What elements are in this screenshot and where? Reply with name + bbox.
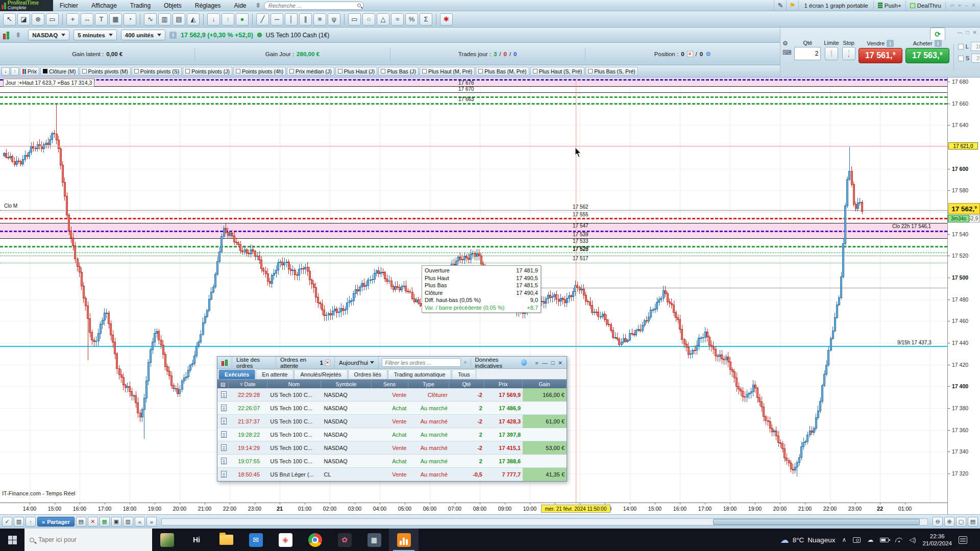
order-doc-icon[interactable] [217,405,230,411]
close-position-icon[interactable]: ✕ [687,51,693,57]
clock[interactable]: 22:36 21/02/2024 [922,533,952,547]
start-button[interactable] [0,529,24,551]
order-doc-icon[interactable] [217,391,230,398]
chart-line-tool[interactable]: ∿ [144,13,157,26]
print-icon[interactable]: ▣ [111,517,121,527]
order-doc-icon[interactable] [217,431,230,438]
keyboard-icon[interactable]: ⌨ [782,49,791,56]
zoom-out-button[interactable]: ⊖ [933,517,943,527]
limit-pts-input[interactable]: 10 [971,42,980,51]
crosshair-tool[interactable]: + [66,13,79,26]
volume-icon[interactable]: ◁) [909,536,916,543]
detach-icon[interactable]: ▱ [950,2,954,9]
order-row[interactable]: 22:29:28US Tech 100 C...NASDAQVenteClôtu… [217,388,567,402]
close-icon[interactable]: ✕ [971,2,976,9]
vertical-line-tool[interactable]: │ [285,13,298,26]
link-icon[interactable]: ∞ [255,3,262,8]
notification-center-icon[interactable] [959,536,967,544]
pitchfork-tool[interactable]: ψ [328,13,340,26]
pages-button[interactable]: ▤ [968,517,978,527]
pin-icon[interactable]: ➢ [957,2,962,9]
menu-fichier[interactable]: Fichier [53,0,85,11]
column-header-gain[interactable]: Gain [523,380,567,388]
info-icon[interactable]: i [169,32,177,39]
link-instrument-icon[interactable]: ∞ [15,33,22,37]
buy-button[interactable]: 17 563,9 [905,48,949,63]
limit-checkbox[interactable] [958,44,964,49]
minimize-icon[interactable]: — [542,360,548,366]
indicator-cloture-m[interactable]: Clôture (M) [40,67,79,76]
cancel-pending-icon[interactable]: ✕ [325,360,330,366]
sell-button[interactable]: 17 561,9 [859,48,902,63]
menu-reglages[interactable]: Réglages [188,0,228,11]
info-icon[interactable]: i [887,40,894,47]
battery-icon[interactable] [880,538,889,542]
order-row[interactable]: 19:14:29US Tech 100 C...NASDAQVenteAu ma… [217,441,567,455]
tab-annules-rejetes[interactable]: Annulés/Rejetés [294,369,347,379]
ellipse-tool[interactable]: ○ [362,13,375,26]
flag-icon[interactable]: ⚑ [786,1,798,11]
tab-ordres-lies[interactable]: Ordres liés [348,369,387,379]
pending-orders-tab[interactable]: Ordres en attente1 ✕ [276,357,335,369]
menu-aide[interactable]: Aide [227,0,253,11]
orders-table-header[interactable]: ▤▿ DateNomSymboleSensTypeQtéPrixGain [217,380,567,388]
horizontal-scrollbar[interactable] [161,518,928,525]
taskbar-search-input[interactable] [38,536,147,543]
taskbar-app-chrome[interactable] [300,529,330,551]
share-icon[interactable]: ∝ [535,360,539,366]
stop-pts-input[interactable]: 20 [971,54,980,63]
publish-icon[interactable]: ↑ [26,517,36,527]
indicator-checkbox[interactable] [588,69,593,73]
annotate-icon[interactable]: ✎ [774,1,786,11]
settings-tool[interactable]: ✱ [440,13,453,26]
trendline-tool[interactable]: ╱ [256,13,269,26]
order-row[interactable]: 22:26:07US Tech 100 C...NASDAQAchatAu ma… [217,402,567,415]
column-header-sens[interactable]: Sens [372,380,408,388]
display-tray-icon[interactable] [853,537,861,543]
wifi-icon[interactable] [895,538,902,542]
info-icon[interactable]: i [935,40,942,47]
clear-filter-icon[interactable]: ✕ [463,360,467,365]
indicator-prix[interactable]: Prix [20,67,39,76]
indicator-points-pivots-4h[interactable]: Points pivots (4h) [233,67,286,76]
stop-order-button[interactable]: ↑↓ [842,47,855,60]
order-doc-icon[interactable] [217,444,230,451]
percent-tool[interactable]: % [405,13,418,26]
limit-order-button[interactable]: ↓↑ [825,47,838,60]
layout-icon[interactable]: ▥ [123,517,133,527]
next-icon[interactable]: » [146,517,157,527]
tab-executes[interactable]: Exécutés [218,369,255,379]
indicator-points-pivots-j[interactable]: Points pivots (J) [183,67,232,76]
tab-trading-automatique[interactable]: Trading automatique [388,369,452,379]
column-header-date[interactable]: ▿ Date [229,380,267,388]
marker-dot-tool[interactable]: ● [236,13,249,26]
buy-arrow-button[interactable]: ↑ [11,67,19,76]
weather-widget[interactable]: ☁ 8°C Nuageux [780,535,836,545]
fibonacci-tool[interactable]: ≡ [313,13,326,26]
menu-affichage[interactable]: Affichage [85,0,124,11]
chart-candles-tool[interactable]: ▥ [158,13,171,26]
close-icon[interactable]: ✕ [558,360,562,366]
order-filter-input[interactable] [382,358,461,367]
eraser-tool[interactable]: ◪ [17,13,30,26]
order-doc-icon[interactable] [217,418,230,424]
prev-icon[interactable]: « [135,517,145,527]
validate-icon[interactable]: ✓ [2,517,12,527]
indicator-points-pivots-s[interactable]: Points pivots (S) [132,67,182,76]
tray-expand-icon[interactable]: ∧ [842,536,846,543]
menu-objets[interactable]: Objets [157,0,188,11]
maximize-icon[interactable]: □ [966,30,969,35]
indicator-checkbox[interactable] [381,69,385,73]
chart-icon[interactable]: ▥ [14,517,24,527]
menu-trading[interactable]: Trading [124,0,157,11]
search-box[interactable] [264,2,364,10]
alarm-tool[interactable]: ◔ [124,13,136,26]
units-dropdown[interactable]: 400 unités [121,30,165,40]
indicator-checkbox[interactable] [82,69,87,73]
order-doc-icon[interactable] [217,471,230,478]
taskbar-app-app-plant[interactable] [152,529,182,551]
fullscreen-button[interactable]: ▢ [956,517,966,527]
indicator-plus-haut-m-pre[interactable]: Plus Haut (M, Pré) [420,67,475,76]
scrollbar-thumb[interactable] [713,519,920,525]
indicator-checkbox[interactable] [289,69,294,73]
